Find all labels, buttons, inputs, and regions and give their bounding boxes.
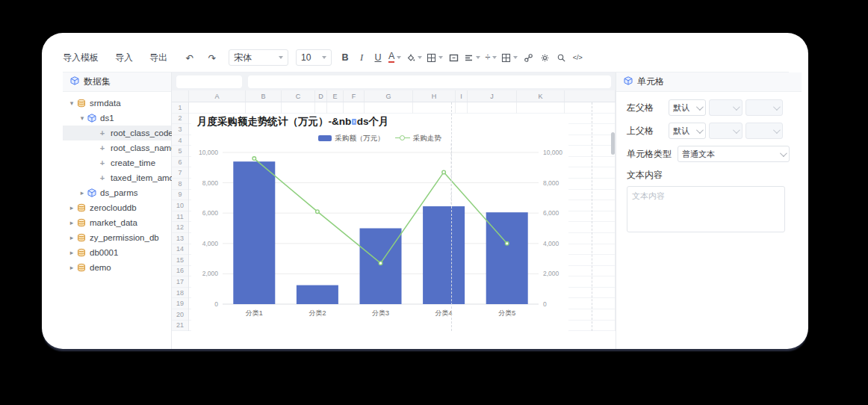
italic-icon[interactable]: I bbox=[356, 51, 368, 64]
row-header-17[interactable]: 17 bbox=[172, 276, 188, 288]
row-header-19[interactable]: 19 bbox=[172, 298, 188, 309]
page-guide-line bbox=[451, 102, 452, 331]
row-header-6[interactable]: 6 bbox=[172, 157, 188, 168]
row-header-5[interactable]: 5 bbox=[172, 146, 188, 157]
row-header-14[interactable]: 14 bbox=[172, 244, 188, 256]
row-header-12[interactable]: 12 bbox=[172, 222, 188, 233]
tree-item-ds_parms[interactable]: ▸ds_parms bbox=[63, 185, 171, 200]
caret-right-icon[interactable]: ▸ bbox=[67, 264, 76, 271]
merge-cells-icon[interactable] bbox=[447, 51, 459, 64]
caret-right-icon[interactable]: ▸ bbox=[78, 189, 87, 197]
row-header-7[interactable]: 7 bbox=[172, 167, 188, 179]
search-icon[interactable] bbox=[555, 51, 567, 64]
row-header-2[interactable]: 2 bbox=[172, 114, 188, 125]
undo-icon[interactable]: ↶ bbox=[184, 51, 196, 64]
import-button[interactable]: 导入 bbox=[115, 52, 133, 64]
row-headers[interactable]: 123456789101112131415161718192021 bbox=[172, 102, 189, 331]
borders-icon[interactable] bbox=[427, 51, 443, 64]
caret-down-icon[interactable]: ▾ bbox=[67, 99, 76, 107]
tree-item-demo[interactable]: ▸demo bbox=[63, 260, 171, 275]
fill-color-icon[interactable] bbox=[406, 51, 422, 64]
row-header-10[interactable]: 10 bbox=[172, 200, 188, 211]
chart-object[interactable]: 月度采购额走势统计（万元）-&nbxds个月 采购额（万元）采购走势 002,0… bbox=[191, 114, 568, 334]
row-header-9[interactable]: 9 bbox=[172, 190, 188, 201]
tree-item-ds1[interactable]: ▾ds1 bbox=[63, 111, 171, 126]
legend-item-bar[interactable]: 采购额（万元） bbox=[318, 134, 385, 143]
align-icon[interactable] bbox=[464, 51, 480, 64]
上父格-dropdown-2[interactable] bbox=[709, 123, 743, 139]
vertical-scrollbar-thumb[interactable] bbox=[611, 132, 615, 155]
row-header-13[interactable]: 13 bbox=[172, 233, 188, 244]
import-template-button[interactable]: 导入模板 bbox=[63, 52, 99, 64]
tree-item-root_class_code[interactable]: +root_class_code bbox=[63, 126, 171, 140]
左父格-dropdown-1[interactable]: 默认 bbox=[669, 99, 706, 116]
table-grid-icon[interactable] bbox=[501, 51, 518, 64]
tree-item-zy_permission_db[interactable]: ▸zy_permission_db bbox=[63, 230, 171, 245]
column-header-H[interactable]: H bbox=[413, 90, 456, 102]
grid-area[interactable]: 123456789101112131415161718192021 月度采购额走… bbox=[172, 102, 616, 331]
font-color-icon[interactable]: A bbox=[388, 51, 401, 64]
column-header-I[interactable]: I bbox=[456, 90, 468, 102]
chevron-down-icon bbox=[773, 126, 781, 134]
cell-name-box[interactable] bbox=[176, 75, 242, 88]
font-size-select[interactable]: 10 bbox=[296, 49, 332, 66]
row-header-11[interactable]: 11 bbox=[172, 211, 188, 223]
tree-item-root_class_name[interactable]: +root_class_name bbox=[63, 140, 171, 155]
tree-item-db0001[interactable]: ▸db0001 bbox=[63, 245, 171, 260]
上父格-dropdown-3[interactable] bbox=[745, 123, 783, 139]
vertical-align-icon[interactable]: ÷ bbox=[485, 51, 497, 64]
row-header-8[interactable]: 8 bbox=[172, 179, 188, 190]
column-headers[interactable]: ABCDEFGHIJK bbox=[172, 90, 616, 102]
row-header-18[interactable]: 18 bbox=[172, 288, 188, 299]
上父格-dropdown-1[interactable]: 默认 bbox=[669, 123, 706, 139]
column-header-G[interactable]: G bbox=[365, 90, 413, 102]
tree-item-market_data[interactable]: ▸market_data bbox=[63, 215, 171, 230]
export-button[interactable]: 导出 bbox=[149, 52, 167, 64]
text-content-textarea[interactable] bbox=[627, 186, 785, 232]
chevron-down-icon bbox=[513, 56, 518, 59]
tree-item-srmdata[interactable]: ▾srmdata bbox=[63, 96, 171, 111]
bold-icon[interactable]: B bbox=[339, 51, 351, 64]
row-header-15[interactable]: 15 bbox=[172, 255, 188, 266]
caret-down-icon[interactable]: ▾ bbox=[78, 114, 87, 122]
dataset-panel-header: 数据集 bbox=[63, 72, 171, 92]
chevron-down-icon bbox=[733, 103, 740, 111]
tree-item-zeroclouddb[interactable]: ▸zeroclouddb bbox=[63, 200, 171, 215]
cell-type-select[interactable]: 普通文本 bbox=[678, 146, 790, 162]
caret-right-icon[interactable]: ▸ bbox=[67, 249, 76, 256]
column-header-B[interactable]: B bbox=[246, 90, 282, 102]
code-icon[interactable]: </> bbox=[571, 51, 583, 64]
column-header-J[interactable]: J bbox=[468, 90, 517, 102]
formula-input[interactable] bbox=[248, 75, 611, 88]
caret-right-icon[interactable]: ▸ bbox=[67, 234, 76, 241]
row-header-4[interactable]: 4 bbox=[172, 135, 188, 146]
左父格-dropdown-3[interactable] bbox=[745, 99, 783, 116]
row-header-20[interactable]: 20 bbox=[172, 309, 188, 321]
左父格-dropdown-2[interactable] bbox=[709, 99, 743, 116]
column-header-K[interactable]: K bbox=[517, 90, 565, 102]
tree-item-create_time[interactable]: +create_time bbox=[63, 155, 171, 170]
column-header-A[interactable]: A bbox=[189, 90, 246, 102]
tree-item-label: db0001 bbox=[90, 248, 118, 257]
caret-right-icon[interactable]: ▸ bbox=[67, 219, 76, 226]
settings-gear-icon[interactable] bbox=[539, 51, 551, 64]
chart-legend[interactable]: 采购额（万元）采购走势 bbox=[221, 134, 539, 143]
column-header-E[interactable]: E bbox=[327, 90, 344, 102]
corner-cell[interactable] bbox=[172, 90, 189, 102]
legend-item-line[interactable]: 采购走势 bbox=[395, 134, 441, 143]
tree-item-taxed_item_amount[interactable]: +taxed_item_amount bbox=[63, 170, 171, 185]
column-header-D[interactable]: D bbox=[315, 90, 327, 102]
row-header-16[interactable]: 16 bbox=[172, 266, 188, 277]
row-header-1[interactable]: 1 bbox=[172, 102, 188, 114]
redo-icon[interactable]: ↷ bbox=[206, 51, 218, 64]
svg-text:0: 0 bbox=[543, 300, 547, 308]
column-header-blank[interactable] bbox=[565, 90, 616, 102]
row-header-3[interactable]: 3 bbox=[172, 124, 188, 135]
underline-icon[interactable]: U bbox=[372, 51, 384, 64]
row-header-21[interactable]: 21 bbox=[172, 321, 188, 332]
column-header-C[interactable]: C bbox=[282, 90, 315, 102]
caret-right-icon[interactable]: ▸ bbox=[67, 204, 76, 211]
column-header-F[interactable]: F bbox=[344, 90, 365, 102]
font-family-select[interactable]: 宋体 bbox=[229, 49, 288, 66]
link-icon[interactable] bbox=[522, 51, 534, 64]
